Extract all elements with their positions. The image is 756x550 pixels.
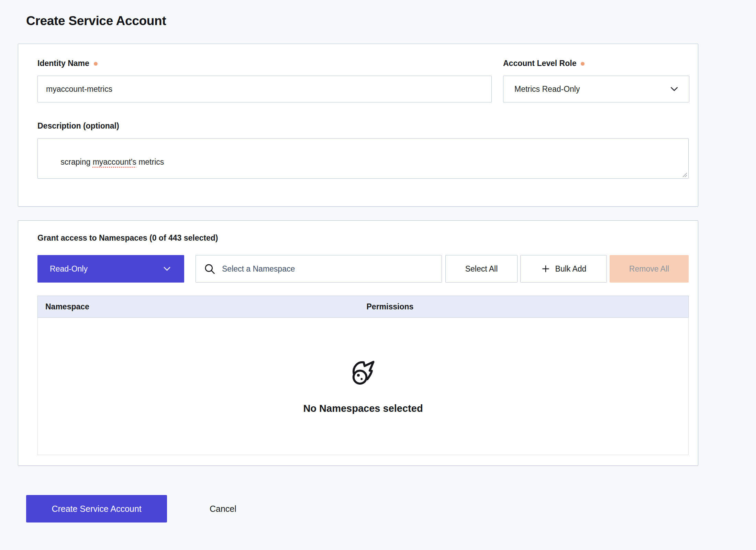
resize-handle-icon[interactable] xyxy=(682,172,687,177)
page-title: Create Service Account xyxy=(0,0,756,28)
namespaces-heading: Grant access to Namespaces (0 of 443 sel… xyxy=(37,233,689,243)
create-service-account-button[interactable]: Create Service Account xyxy=(26,495,167,522)
permission-level-dropdown[interactable]: Read-Only xyxy=(37,255,184,283)
description-misspelled-word: myaccount's xyxy=(93,157,136,166)
bulk-add-label: Bulk Add xyxy=(555,264,587,274)
form-actions: Create Service Account Cancel xyxy=(26,495,756,522)
account-level-role-select[interactable]: Metrics Read-Only xyxy=(503,76,689,102)
table-empty-state: No Namespaces selected xyxy=(37,318,689,455)
search-icon xyxy=(203,263,216,275)
permission-level-value: Read-Only xyxy=(50,264,88,274)
table-header: Namespace Permissions xyxy=(37,296,689,318)
namespaces-toolbar: Read-Only Select All Bulk Add Remove All xyxy=(37,255,689,283)
namespace-search-input[interactable] xyxy=(221,264,434,274)
description-label-text: Description (optional) xyxy=(37,121,119,131)
required-dot xyxy=(581,62,585,66)
namespaces-card: Grant access to Namespaces (0 of 443 sel… xyxy=(18,220,698,466)
identity-name-label: Identity Name xyxy=(37,58,492,68)
chevron-down-icon xyxy=(162,264,172,274)
plus-icon xyxy=(541,264,551,274)
remove-all-button[interactable]: Remove All xyxy=(610,255,689,283)
required-dot xyxy=(94,62,98,66)
select-all-button[interactable]: Select All xyxy=(445,255,518,283)
column-header-permissions: Permissions xyxy=(363,302,689,311)
identity-card: Identity Name Account Level Role Metrics… xyxy=(18,44,698,207)
account-level-role-label-text: Account Level Role xyxy=(503,58,576,68)
account-level-role-label: Account Level Role xyxy=(503,58,689,68)
cancel-button[interactable]: Cancel xyxy=(208,504,238,514)
column-header-namespace: Namespace xyxy=(38,302,363,311)
chevron-down-icon xyxy=(669,84,679,94)
namespaces-table: Namespace Permissions No Namespaces sele… xyxy=(37,296,689,455)
namespace-search xyxy=(196,255,442,283)
comet-icon xyxy=(348,358,378,388)
empty-state-text: No Namespaces selected xyxy=(303,403,423,414)
account-level-role-field: Account Level Role Metrics Read-Only xyxy=(503,58,689,102)
identity-name-input[interactable] xyxy=(37,76,492,102)
description-textarea[interactable]: scraping myaccount's metrics xyxy=(37,138,689,179)
account-level-role-value: Metrics Read-Only xyxy=(514,85,580,94)
description-text: metrics xyxy=(136,157,164,166)
description-field: Description (optional) scraping myaccoun… xyxy=(37,121,689,179)
description-text: scraping xyxy=(60,157,92,166)
description-label: Description (optional) xyxy=(37,121,689,131)
bulk-add-button[interactable]: Bulk Add xyxy=(520,255,607,283)
identity-name-label-text: Identity Name xyxy=(37,58,89,68)
identity-name-field: Identity Name xyxy=(37,58,492,102)
